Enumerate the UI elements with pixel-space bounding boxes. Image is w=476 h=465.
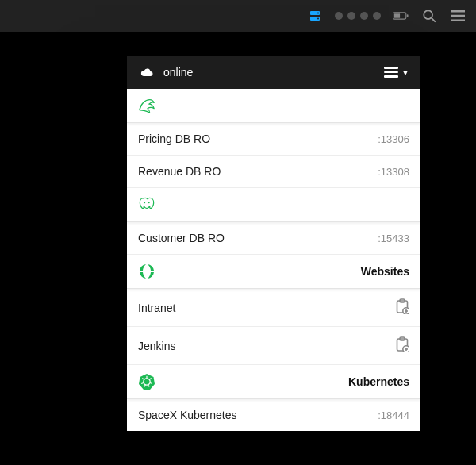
list-item[interactable]: Intranet — [127, 289, 420, 327]
group-header-websites[interactable]: Websites — [127, 255, 420, 289]
list-item[interactable]: Jenkins — [127, 327, 420, 365]
item-port: :18444 — [378, 409, 409, 421]
clipboard-add-icon[interactable] — [395, 298, 409, 317]
group-header-mysql[interactable] — [127, 89, 420, 123]
postgres-elephant-icon — [138, 196, 155, 213]
status-dot — [360, 12, 368, 20]
list-menu-icon — [384, 64, 398, 80]
item-name: SpaceX Kubernetes — [138, 409, 237, 421]
status-dot — [373, 12, 381, 20]
svg-rect-5 — [394, 13, 400, 17]
svg-rect-6 — [407, 14, 409, 17]
globe-icon — [138, 263, 155, 280]
list-item[interactable]: Customer DB RO :15433 — [127, 222, 420, 255]
hamburger-icon[interactable] — [449, 7, 466, 25]
group-label: Kubernetes — [348, 375, 409, 388]
item-name: Customer DB RO — [138, 232, 225, 244]
item-port: :15433 — [378, 232, 409, 244]
clipboard-add-icon[interactable] — [395, 336, 409, 355]
topbar-status-group — [306, 7, 381, 25]
svg-rect-9 — [451, 10, 465, 13]
svg-point-13 — [148, 202, 150, 203]
group-header-postgres[interactable] — [127, 188, 420, 222]
cloud-icon — [138, 63, 155, 81]
item-name: Jenkins — [138, 340, 175, 352]
list-item[interactable]: Pricing DB RO :13306 — [127, 123, 420, 156]
svg-point-2 — [317, 13, 319, 14]
group-header-kubernetes[interactable]: Kubernetes — [127, 365, 420, 399]
item-port: :13308 — [378, 166, 409, 178]
status-dot — [347, 12, 355, 20]
item-name: Intranet — [138, 302, 175, 314]
panel-menu-button[interactable]: ▼ — [384, 64, 409, 80]
connections-panel: online ▼ Pricing DB RO :13306 Revenue DB… — [127, 56, 420, 431]
status-dots — [335, 12, 381, 20]
item-name: Revenue DB RO — [138, 165, 221, 178]
battery-icon — [392, 7, 409, 25]
list-item[interactable]: SpaceX Kubernetes :18444 — [127, 399, 420, 431]
search-icon[interactable] — [420, 7, 438, 25]
server-icon — [306, 7, 324, 25]
svg-point-3 — [317, 18, 319, 20]
svg-rect-11 — [451, 20, 465, 22]
list-item[interactable]: Revenue DB RO :13308 — [127, 156, 420, 188]
status-dot — [335, 12, 343, 20]
group-label: Websites — [361, 265, 409, 278]
svg-rect-10 — [451, 15, 465, 17]
chevron-down-icon: ▼ — [401, 68, 409, 77]
status-label: online — [163, 66, 193, 79]
mysql-dolphin-icon — [138, 97, 155, 114]
svg-point-12 — [144, 202, 145, 203]
item-port: :13306 — [378, 133, 409, 145]
kubernetes-icon — [138, 373, 155, 390]
svg-line-8 — [432, 18, 436, 22]
item-name: Pricing DB RO — [138, 133, 210, 145]
panel-header: online ▼ — [127, 56, 420, 89]
topbar — [0, 0, 476, 32]
